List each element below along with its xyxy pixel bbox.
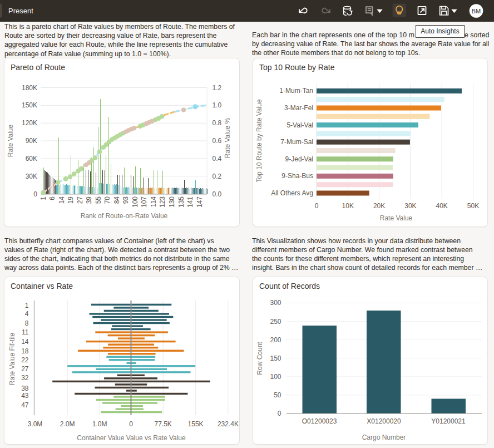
svg-text:180K: 180K [22, 84, 37, 92]
svg-text:1-Mum-Tan: 1-Mum-Tan [279, 87, 313, 95]
svg-text:O01200023: O01200023 [302, 417, 337, 425]
svg-text:0.8: 0.8 [213, 119, 222, 127]
svg-text:14: 14 [58, 196, 66, 204]
svg-text:2.0M: 2.0M [60, 420, 75, 428]
svg-text:0.2: 0.2 [213, 173, 222, 180]
svg-text:11: 11 [22, 328, 29, 336]
svg-text:BM: BM [472, 8, 481, 14]
svg-text:150: 150 [270, 355, 281, 362]
svg-text:0.0: 0.0 [213, 190, 222, 198]
svg-text:135: 135 [177, 196, 185, 208]
svg-text:6: 6 [48, 196, 56, 200]
svg-text:Rank of Route-on-Rate Value: Rank of Route-on-Rate Value [81, 212, 168, 220]
svg-text:155K: 155K [188, 420, 204, 428]
svg-text:14: 14 [21, 338, 29, 346]
svg-text:147: 147 [196, 196, 204, 208]
svg-text:Row Count: Row Count [256, 342, 264, 375]
svg-text:Rate Value Fif-tile: Rate Value Fif-tile [8, 332, 16, 385]
svg-text:8: 8 [25, 319, 29, 327]
svg-text:1: 1 [39, 196, 47, 200]
svg-text:60K: 60K [26, 155, 37, 163]
svg-text:200: 200 [270, 336, 281, 344]
svg-text:7-Mum-Sal: 7-Mum-Sal [280, 138, 313, 146]
svg-text:93: 93 [122, 196, 130, 204]
svg-text:47: 47 [21, 401, 29, 409]
svg-text:0.6: 0.6 [213, 137, 222, 145]
svg-text:Cargo Number: Cargo Number [362, 434, 406, 441]
svg-text:32: 32 [21, 374, 29, 382]
svg-text:90K: 90K [26, 137, 37, 145]
svg-text:1.0M: 1.0M [92, 420, 107, 428]
svg-text:0.4: 0.4 [213, 155, 222, 163]
svg-text:100: 100 [131, 196, 139, 208]
svg-text:1: 1 [25, 302, 29, 309]
svg-text:Rate Value %: Rate Value % [224, 117, 231, 158]
svg-text:Rate Value: Rate Value [7, 124, 14, 157]
svg-text:4: 4 [25, 310, 29, 318]
svg-text:40K: 40K [436, 202, 448, 210]
svg-text:Top 10 Route by Rate Value: Top 10 Route by Rate Value [255, 99, 263, 183]
svg-text:5-Val-Val: 5-Val-Val [286, 121, 313, 129]
svg-text:3.0M: 3.0M [28, 420, 43, 428]
svg-text:9-Jed-Val: 9-Jed-Val [285, 155, 313, 163]
svg-text:123: 123 [159, 196, 166, 208]
svg-text:27: 27 [21, 365, 29, 373]
svg-text:0: 0 [33, 190, 37, 198]
svg-text:20K: 20K [373, 202, 385, 210]
svg-text:141: 141 [186, 196, 194, 208]
svg-text:55: 55 [95, 196, 102, 204]
svg-text:107: 107 [140, 196, 148, 208]
svg-text:84: 84 [113, 196, 121, 204]
svg-text:250: 250 [270, 318, 281, 326]
svg-text:Y01200021: Y01200021 [431, 417, 466, 425]
svg-text:Container Value Value vs Rate: Container Value Value vs Rate Value [77, 434, 186, 442]
svg-text:Rate Value: Rate Value [380, 214, 413, 222]
svg-text:30K: 30K [404, 202, 416, 210]
svg-text:30K: 30K [26, 173, 37, 180]
svg-text:3-Mar-Fel: 3-Mar-Fel [284, 104, 313, 112]
svg-text:130: 130 [168, 196, 176, 208]
svg-text:1.0: 1.0 [213, 101, 222, 109]
svg-text:X01200020: X01200020 [367, 417, 401, 425]
svg-text:114: 114 [150, 196, 157, 207]
svg-text:27: 27 [76, 196, 84, 204]
svg-text:150K: 150K [22, 101, 37, 109]
svg-text:0: 0 [278, 410, 281, 417]
svg-text:9-Sha-Bus: 9-Sha-Bus [281, 172, 313, 180]
svg-text:18: 18 [21, 347, 29, 355]
svg-text:10K: 10K [342, 202, 354, 210]
svg-text:232.4K: 232.4K [218, 420, 239, 428]
svg-text:120K: 120K [22, 119, 37, 127]
svg-text:50: 50 [274, 391, 281, 399]
svg-text:43: 43 [21, 392, 29, 400]
svg-text:77.5K: 77.5K [155, 420, 172, 428]
svg-text:300: 300 [270, 299, 281, 307]
svg-text:50K: 50K [467, 202, 479, 210]
svg-text:22: 22 [21, 356, 29, 364]
svg-text:100: 100 [270, 373, 281, 381]
svg-text:0: 0 [315, 202, 319, 210]
svg-text:70: 70 [103, 196, 111, 204]
svg-text:All Others Avg: All Others Avg [271, 189, 313, 197]
svg-text:0: 0 [129, 420, 133, 428]
svg-text:1.2: 1.2 [213, 84, 222, 92]
svg-text:19: 19 [67, 196, 75, 204]
svg-text:39: 39 [85, 196, 93, 204]
